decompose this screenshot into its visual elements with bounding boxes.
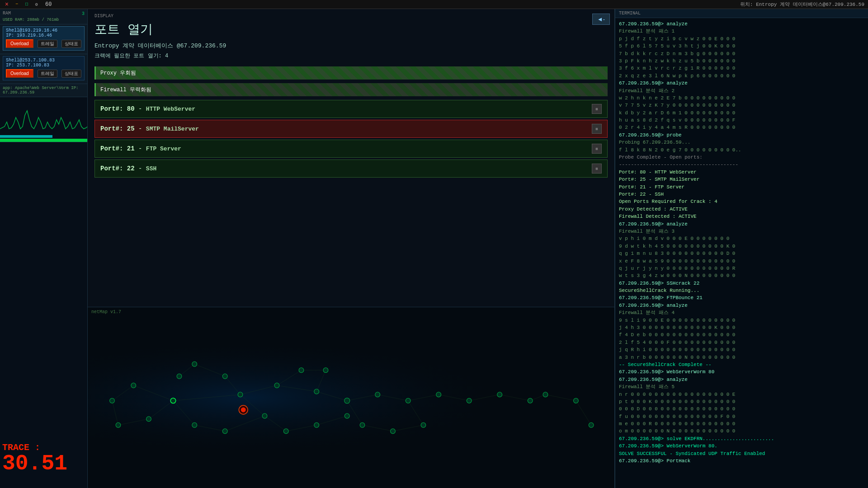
ram-section: RAM 3 USED RAM: 288mb / 761mb xyxy=(0,9,87,24)
terminal-line: 67.209.236.59@> FTPBounce 21 xyxy=(619,295,864,301)
terminal-line: 67.209.236.59@> analyze xyxy=(619,221,864,228)
terminal-line: 67.209.236.59@> WebServerWorm 80 xyxy=(619,369,864,375)
terminal-line: p t 0 0 0 K 0 0 0 0 0 0 0 0 0 0 0 0 0 0 xyxy=(619,399,864,405)
terminal-line: q g 1 m n u 8 3 0 0 0 0 0 0 0 0 0 0 D 0 xyxy=(619,250,864,257)
port-name-22: Port#: 22 - SSH xyxy=(100,165,156,172)
svg-rect-1 xyxy=(0,139,88,142)
svg-point-57 xyxy=(323,368,328,373)
terminal-line: 5 f p 6 l 5 7 5 u v 3 h t j 0 0 K 0 0 0 xyxy=(619,43,864,50)
ram-label: RAM xyxy=(3,11,11,16)
svg-point-60 xyxy=(360,422,365,427)
port-entry-21[interactable]: Port#: 21 - FTP Server ⊞ xyxy=(94,140,608,158)
terminal-line: Firewall 분석 패스 5 xyxy=(619,384,864,390)
terminal-line: Port#: 25 - SMTP MailServer xyxy=(619,176,864,183)
terminal-line: 7 b d k k r c z D n m 3 b g 0 0 0 0 0 0 xyxy=(619,51,864,57)
svg-point-63 xyxy=(406,398,410,403)
maximize-icon[interactable]: □ xyxy=(24,1,30,8)
port-name-80: Port#: 80 - HTTP WebServer xyxy=(100,105,195,113)
proxy-section: Proxy 우회됨 xyxy=(94,66,608,80)
app-info-section: app: Apache\Web Server\Vorm IP: 67.209.2… xyxy=(0,84,87,97)
trace-btn-2[interactable]: 트레일 xyxy=(38,70,57,78)
terminal-line: 2 x q z e 3 l 6 N w p k p 6 0 0 0 0 0 0 xyxy=(619,73,864,80)
svg-point-50 xyxy=(238,392,243,397)
svg-point-54 xyxy=(299,368,304,373)
terminal-line: 67.209.236.59@> solve EKDFRN............… xyxy=(619,436,864,442)
terminal-line: 0 0 0 D 0 0 0 0 0 0 0 0 0 0 0 0 0 0 0 0 xyxy=(619,406,864,413)
terminal-line: 67.209.236.59@> analyze xyxy=(619,302,864,309)
back-button[interactable]: ◄- xyxy=(592,14,610,25)
map-section: netMap v1.7 xyxy=(88,307,614,488)
minimize-icon[interactable]: − xyxy=(14,1,20,8)
terminal-line: j q R h i 0 0 0 0 0 0 0 0 0 0 0 0 0 0 0 xyxy=(619,347,864,353)
ram-row: RAM 3 xyxy=(3,11,85,17)
proxy-label: Proxy 우회됨 xyxy=(94,66,608,80)
trace-value: 30.51 xyxy=(2,453,67,474)
overload-btn-1[interactable]: Overload xyxy=(6,39,33,48)
top-bar-left: × − □ ⚙ 60 xyxy=(4,1,52,8)
proxy-label-text: Proxy 우회됨 xyxy=(100,70,136,76)
svg-point-73 xyxy=(241,408,246,413)
terminal-line: Probing 67.209.236.59... xyxy=(619,139,864,146)
terminal-line: f 4 D e b 0 0 0 0 0 0 0 0 0 0 0 0 0 0 0 xyxy=(619,332,864,338)
terminal-line: Open Ports Required for Crack : 4 xyxy=(619,198,864,205)
svg-rect-2 xyxy=(0,135,52,138)
svg-point-55 xyxy=(314,389,319,394)
close-icon[interactable]: × xyxy=(4,1,10,8)
terminal-line: 0 2 r 4 i y 4 a 4 m s R 0 0 0 0 0 0 0 0 xyxy=(619,124,864,131)
svg-rect-4 xyxy=(88,340,614,455)
display-label: DISPLAY xyxy=(94,14,608,19)
top-bar-location: 위치: Entropy 계약 데이터베이스@67.209.236.59 xyxy=(740,1,864,8)
port-name-21: Port#: 21 - FTP Server xyxy=(100,145,181,152)
terminal-header: TERMINAL xyxy=(615,9,868,18)
svg-point-70 xyxy=(574,398,579,403)
overload-btn-2[interactable]: Overload xyxy=(6,69,33,78)
port-icon-22[interactable]: ⊞ xyxy=(592,164,602,174)
port-icon-21[interactable]: ⊞ xyxy=(592,144,602,154)
host2-name: Shell@253.7.100.83 xyxy=(6,58,81,63)
port-icon-25[interactable]: ⊞ xyxy=(592,124,602,134)
port-title: 포트 열기 xyxy=(94,21,608,38)
svg-point-67 xyxy=(497,392,502,397)
waveform-svg xyxy=(0,97,88,142)
sidebar-bottom: TRACE : 30.51 xyxy=(0,142,87,488)
terminal-line: -- SecureShellCrack Complete -- xyxy=(619,361,864,368)
port-entry-22[interactable]: Port#: 22 - SSH ⊞ xyxy=(94,160,608,178)
app-info: app: Apache\Web Server\Vorm IP: 67.209.2… xyxy=(3,86,85,95)
svg-point-68 xyxy=(528,398,533,403)
terminal-line: v 7 7 5 v z K 7 y 0 0 0 0 0 0 0 0 0 0 0 xyxy=(619,102,864,109)
svg-point-49 xyxy=(222,429,227,434)
status-btn-2[interactable]: 상태표 xyxy=(61,70,81,78)
terminal-line: 67.209.236.59@> SSHcrack 22 xyxy=(619,280,864,287)
terminal-line: v p h i 0 m d v 0 0 0 E 0 0 0 0 0 0 0 xyxy=(619,235,864,242)
terminal-line: f l 8 k 8 N 2 0 e g 7 0 0 0 0 0 0 0 0 0.… xyxy=(619,147,864,154)
terminal-line: 3 p F k n h z w k h z u 5 b 0 0 0 0 0 0 xyxy=(619,58,864,65)
terminal-line: Firewall 분석 패스 4 xyxy=(619,310,864,316)
ram-number: 3 xyxy=(82,11,85,16)
svg-point-53 xyxy=(283,429,288,434)
terminal-line: SecureShellCrack Running... xyxy=(619,287,864,294)
host2-row[interactable]: Shell@253.7.100.83 IP: 253.7.100.83 Over… xyxy=(3,56,85,80)
network-map-svg xyxy=(88,307,614,488)
terminal-line: Probe Complete - Open ports: xyxy=(619,154,864,161)
port-entry-80[interactable]: Port#: 80 - HTTP WebServer ⊞ xyxy=(94,100,608,118)
port-list: Port#: 80 - HTTP WebServer ⊞ Port#: 25 -… xyxy=(94,100,608,178)
trace-display: TRACE : 30.51 xyxy=(2,442,67,474)
waveform-area xyxy=(0,97,88,142)
port-entry-25[interactable]: Port#: 25 - SMTP MailServer ⊞ xyxy=(94,120,608,138)
trace-btn-1[interactable]: 트레일 xyxy=(38,40,57,48)
svg-point-46 xyxy=(192,361,197,366)
svg-point-40 xyxy=(110,398,115,403)
host1-row[interactable]: Shell@193.219.16.46 IP: 193.219.16.46 Ov… xyxy=(3,26,85,51)
terminal-line: Firewall 분석 패스 3 xyxy=(619,228,864,235)
terminal-line: x e F 8 w a 5 9 0 0 0 0 0 0 0 0 0 0 0 0 xyxy=(619,258,864,265)
port-icon-80[interactable]: ⊞ xyxy=(592,104,602,114)
terminal-line: SOLVE SUCCESSFUL - Syndicated UDP Traffi… xyxy=(619,450,864,457)
status-btn-1[interactable]: 상태표 xyxy=(61,40,81,48)
gear-icon[interactable]: ⚙ xyxy=(33,1,40,8)
host1-buttons: Overload 트레일 상태표 xyxy=(6,39,81,48)
svg-point-56 xyxy=(314,422,319,427)
terminal-line: 3 f 6 x m l v r c r z g 1 R 0 0 0 0 0 0 xyxy=(619,65,864,72)
host2-buttons: Overload 트레일 상태표 xyxy=(6,69,81,78)
terminal-line: o m 0 0 0 0 0 0 N 0 0 0 0 0 0 0 0 0 0 0 xyxy=(619,428,864,435)
terminal-body[interactable]: 67.209.236.59@> analyzeFirewall 분석 패스 1p… xyxy=(615,18,868,488)
